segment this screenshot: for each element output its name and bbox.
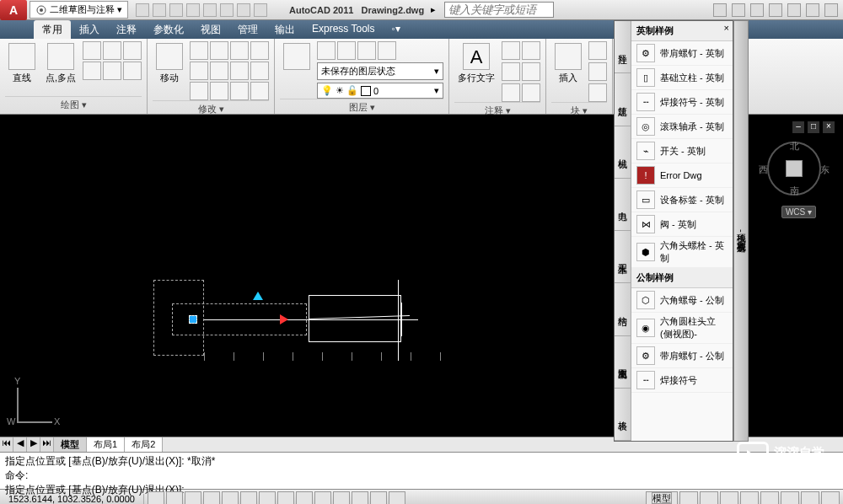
tpy-icon[interactable] [333, 491, 350, 505]
layer-off-icon[interactable] [357, 41, 376, 60]
polar-icon[interactable] [203, 491, 220, 505]
stretch-icon[interactable] [230, 82, 249, 100]
tab-layout1[interactable]: 布局1 [87, 437, 125, 452]
move-button[interactable]: 移动 [153, 41, 186, 86]
tab-model[interactable]: 模型 [54, 437, 87, 452]
chamfer-icon[interactable] [250, 82, 269, 100]
layer-lock-icon[interactable] [337, 41, 356, 60]
snap-icon[interactable] [148, 491, 164, 505]
trim-icon[interactable] [230, 41, 249, 60]
explode-icon[interactable] [230, 62, 249, 80]
offset-icon[interactable] [250, 62, 269, 80]
ptab-struct[interactable]: 结构 [615, 283, 631, 335]
ducs-icon[interactable] [277, 491, 294, 505]
layer-freeze-icon[interactable] [317, 41, 336, 60]
palette-item[interactable]: ◉六角圆柱头立(侧视图)- [631, 313, 733, 344]
search-input[interactable] [444, 2, 554, 18]
grid-icon[interactable] [166, 491, 183, 505]
layer-props-button[interactable] [280, 41, 314, 72]
annovis-icon[interactable] [720, 491, 738, 505]
dropdown-icon[interactable] [522, 41, 540, 60]
ptab-table[interactable]: 表格 [615, 389, 631, 441]
lwt-icon[interactable] [314, 491, 331, 505]
wcs-button[interactable]: WCS ▾ [781, 206, 816, 218]
ptab-arch[interactable]: 建筑 [615, 73, 631, 126]
redo-icon[interactable] [237, 3, 250, 17]
tab-express[interactable]: Express Tools [303, 20, 383, 39]
layer-state-combo[interactable]: 未保存的图层状态▾ [317, 62, 443, 80]
palette-item[interactable]: ⬡六角螺母 - 公制 [631, 288, 733, 313]
tool-palettes-bar[interactable]: 选项板 - 所有选项板 [733, 20, 749, 442]
saveas-icon[interactable] [186, 3, 200, 17]
grip-base[interactable] [189, 315, 197, 324]
maximize-icon[interactable] [806, 3, 819, 17]
toolbar-lock-icon[interactable] [760, 491, 779, 505]
vc-min-icon[interactable]: – [792, 121, 804, 133]
palette-item[interactable]: ⬢六角头螺栓 - 英制 [631, 237, 733, 268]
print-icon[interactable] [254, 3, 267, 17]
am-icon[interactable] [389, 491, 405, 505]
ellipse-icon[interactable] [103, 62, 121, 80]
grip-rotate[interactable] [253, 292, 263, 300]
tab-expand-icon[interactable]: ◦▾ [383, 20, 408, 39]
save-icon[interactable] [169, 3, 183, 17]
layer-current-combo[interactable]: 💡☀🔓 0▾ [317, 83, 443, 99]
tab-parametric[interactable]: 参数化 [145, 20, 192, 39]
clean-screen-icon[interactable] [821, 491, 840, 505]
hatch-icon[interactable] [123, 62, 142, 80]
minimize-icon[interactable] [787, 3, 801, 17]
tab-layout2[interactable]: 布局2 [125, 437, 163, 452]
workspace-selector[interactable]: 二维草图与注释 ▾ [30, 1, 128, 19]
palette-item[interactable]: ⋈阀 - 英制 [631, 212, 733, 237]
tab-next-icon[interactable]: ▶ [27, 437, 40, 452]
palette-item[interactable]: ▭设备标签 - 英制 [631, 188, 733, 212]
palette-item[interactable]: ⚙带肩螺钉 - 公制 [631, 344, 733, 368]
sc-icon[interactable] [370, 491, 387, 505]
tab-manage[interactable]: 管理 [229, 20, 266, 39]
tab-home[interactable]: 常用 [34, 20, 71, 39]
palette-item[interactable]: ╌焊接符号 - 英制 [631, 90, 733, 115]
tab-output[interactable]: 输出 [266, 20, 303, 39]
create-block-icon[interactable] [588, 41, 607, 60]
compass-icon[interactable]: 北 南 东 西 [767, 142, 821, 196]
rotate-icon[interactable] [210, 41, 228, 60]
scale-icon[interactable] [190, 82, 208, 100]
ortho-icon[interactable] [185, 491, 201, 505]
exchange-icon[interactable] [732, 3, 745, 17]
dyn-icon[interactable] [296, 491, 313, 505]
vc-close-icon[interactable]: × [823, 121, 835, 133]
model-space-button[interactable]: 模型 [646, 491, 678, 505]
app-menu-button[interactable]: A [0, 0, 27, 20]
palette-close-icon[interactable]: × [724, 23, 729, 33]
play-icon[interactable]: ▸ [431, 4, 436, 15]
rect-icon[interactable] [83, 62, 101, 80]
palette-item[interactable]: ⚙带肩螺钉 - 英制 [631, 41, 733, 66]
array-icon[interactable] [210, 82, 228, 100]
mtext-button[interactable]: A多行文字 [454, 41, 498, 86]
grip-stretch[interactable] [280, 314, 288, 324]
tab-annotate[interactable]: 注释 [108, 20, 145, 39]
vc-rest-icon[interactable]: □ [808, 121, 819, 133]
circle-icon[interactable] [103, 41, 121, 60]
isolate-icon[interactable] [801, 491, 819, 505]
dropdown-icon[interactable] [522, 83, 540, 102]
edit-block-icon[interactable] [588, 62, 607, 81]
ptab-annot[interactable]: 注释 [615, 21, 631, 73]
help-icon[interactable] [769, 3, 782, 17]
coordinates-readout[interactable]: 1523.6144, 1032.3526, 0.0000 [0, 494, 144, 504]
leader-icon[interactable] [502, 62, 520, 81]
ws-switch-icon[interactable] [740, 491, 759, 505]
search-go-icon[interactable] [713, 3, 727, 17]
erase-icon[interactable] [250, 41, 269, 60]
plot-icon[interactable] [203, 3, 217, 17]
arc-icon[interactable] [123, 41, 142, 60]
close-icon[interactable] [824, 3, 838, 17]
palette-item[interactable]: ▯基础立柱 - 英制 [631, 66, 733, 90]
palette-item[interactable]: !Error Dwg [631, 164, 733, 188]
osnap-icon[interactable] [222, 491, 239, 505]
mirror-icon[interactable] [190, 62, 208, 80]
undo-icon[interactable] [220, 3, 234, 17]
palette-item[interactable]: ⌁开关 - 英制 [631, 139, 733, 164]
line-button[interactable]: 直线 [5, 41, 39, 86]
open-icon[interactable] [153, 3, 166, 17]
